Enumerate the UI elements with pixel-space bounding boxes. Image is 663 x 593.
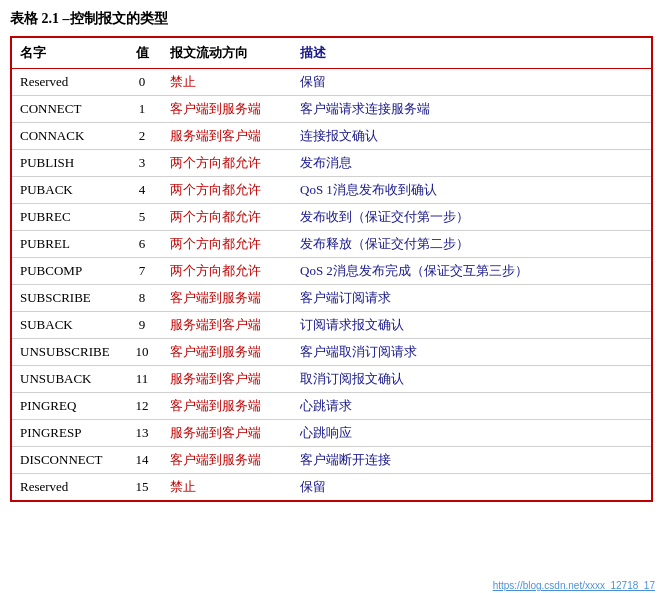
cell-value: 8 (122, 285, 162, 312)
cell-description: 发布释放（保证交付第二步） (292, 231, 651, 258)
table-row: Reserved0禁止保留 (12, 69, 651, 96)
cell-description: 订阅请求报文确认 (292, 312, 651, 339)
cell-value: 13 (122, 420, 162, 447)
header-value: 值 (122, 38, 162, 69)
cell-direction: 服务端到客户端 (162, 312, 292, 339)
cell-name: SUBSCRIBE (12, 285, 122, 312)
table-row: SUBACK9服务端到客户端订阅请求报文确认 (12, 312, 651, 339)
cell-name: DISCONNECT (12, 447, 122, 474)
cell-name: CONNECT (12, 96, 122, 123)
cell-name: PUBCOMP (12, 258, 122, 285)
cell-description: 客户端取消订阅请求 (292, 339, 651, 366)
cell-name: PUBREL (12, 231, 122, 258)
cell-name: Reserved (12, 69, 122, 96)
cell-value: 9 (122, 312, 162, 339)
table-row: CONNECT1客户端到服务端客户端请求连接服务端 (12, 96, 651, 123)
table-row: PUBREC5两个方向都允许发布收到（保证交付第一步） (12, 204, 651, 231)
cell-direction: 客户端到服务端 (162, 393, 292, 420)
cell-direction: 服务端到客户端 (162, 366, 292, 393)
table-row: PUBLISH3两个方向都允许发布消息 (12, 150, 651, 177)
cell-name: UNSUBACK (12, 366, 122, 393)
title-text: 表格 2.1 –控制报文的类型 (10, 11, 168, 26)
cell-direction: 禁止 (162, 69, 292, 96)
cell-name: PUBACK (12, 177, 122, 204)
cell-direction: 客户端到服务端 (162, 96, 292, 123)
table-row: Reserved15禁止保留 (12, 474, 651, 501)
cell-description: 发布消息 (292, 150, 651, 177)
cell-description: QoS 2消息发布完成（保证交互第三步） (292, 258, 651, 285)
cell-name: UNSUBSCRIBE (12, 339, 122, 366)
cell-direction: 两个方向都允许 (162, 177, 292, 204)
header-direction: 报文流动方向 (162, 38, 292, 69)
table-row: PUBREL6两个方向都允许发布释放（保证交付第二步） (12, 231, 651, 258)
cell-value: 4 (122, 177, 162, 204)
cell-direction: 两个方向都允许 (162, 150, 292, 177)
cell-value: 3 (122, 150, 162, 177)
cell-value: 7 (122, 258, 162, 285)
table-row: SUBSCRIBE8客户端到服务端客户端订阅请求 (12, 285, 651, 312)
cell-description: 客户端断开连接 (292, 447, 651, 474)
control-packet-table: 名字 值 报文流动方向 描述 Reserved0禁止保留CONNECT1客户端到… (10, 36, 653, 502)
table-row: UNSUBACK11服务端到客户端取消订阅报文确认 (12, 366, 651, 393)
cell-name: PUBLISH (12, 150, 122, 177)
page-title: 表格 2.1 –控制报文的类型 (10, 10, 653, 28)
cell-value: 11 (122, 366, 162, 393)
table-row: CONNACK2服务端到客户端连接报文确认 (12, 123, 651, 150)
cell-direction: 两个方向都允许 (162, 204, 292, 231)
cell-name: PINGRESP (12, 420, 122, 447)
cell-value: 5 (122, 204, 162, 231)
table-header-row: 名字 值 报文流动方向 描述 (12, 38, 651, 69)
table-row: PINGRESP13服务端到客户端心跳响应 (12, 420, 651, 447)
cell-name: Reserved (12, 474, 122, 501)
header-name: 名字 (12, 38, 122, 69)
cell-direction: 禁止 (162, 474, 292, 501)
cell-name: SUBACK (12, 312, 122, 339)
table-row: DISCONNECT14客户端到服务端客户端断开连接 (12, 447, 651, 474)
cell-description: 保留 (292, 474, 651, 501)
cell-description: 客户端请求连接服务端 (292, 96, 651, 123)
cell-description: 取消订阅报文确认 (292, 366, 651, 393)
cell-value: 12 (122, 393, 162, 420)
cell-direction: 客户端到服务端 (162, 339, 292, 366)
cell-direction: 两个方向都允许 (162, 231, 292, 258)
cell-name: CONNACK (12, 123, 122, 150)
cell-value: 6 (122, 231, 162, 258)
cell-description: 发布收到（保证交付第一步） (292, 204, 651, 231)
cell-description: 客户端订阅请求 (292, 285, 651, 312)
cell-value: 2 (122, 123, 162, 150)
cell-direction: 客户端到服务端 (162, 285, 292, 312)
cell-description: 连接报文确认 (292, 123, 651, 150)
cell-name: PINGREQ (12, 393, 122, 420)
header-description: 描述 (292, 38, 651, 69)
cell-direction: 客户端到服务端 (162, 447, 292, 474)
cell-description: QoS 1消息发布收到确认 (292, 177, 651, 204)
cell-description: 保留 (292, 69, 651, 96)
table-row: UNSUBSCRIBE10客户端到服务端客户端取消订阅请求 (12, 339, 651, 366)
cell-description: 心跳请求 (292, 393, 651, 420)
watermark-link: https://blog.csdn.net/xxxx_12718_17 (493, 580, 655, 591)
cell-value: 15 (122, 474, 162, 501)
cell-description: 心跳响应 (292, 420, 651, 447)
cell-direction: 两个方向都允许 (162, 258, 292, 285)
cell-direction: 服务端到客户端 (162, 123, 292, 150)
table-row: PUBACK4两个方向都允许QoS 1消息发布收到确认 (12, 177, 651, 204)
table-row: PINGREQ12客户端到服务端心跳请求 (12, 393, 651, 420)
cell-value: 10 (122, 339, 162, 366)
cell-direction: 服务端到客户端 (162, 420, 292, 447)
cell-value: 1 (122, 96, 162, 123)
cell-value: 0 (122, 69, 162, 96)
table-row: PUBCOMP7两个方向都允许QoS 2消息发布完成（保证交互第三步） (12, 258, 651, 285)
cell-value: 14 (122, 447, 162, 474)
cell-name: PUBREC (12, 204, 122, 231)
